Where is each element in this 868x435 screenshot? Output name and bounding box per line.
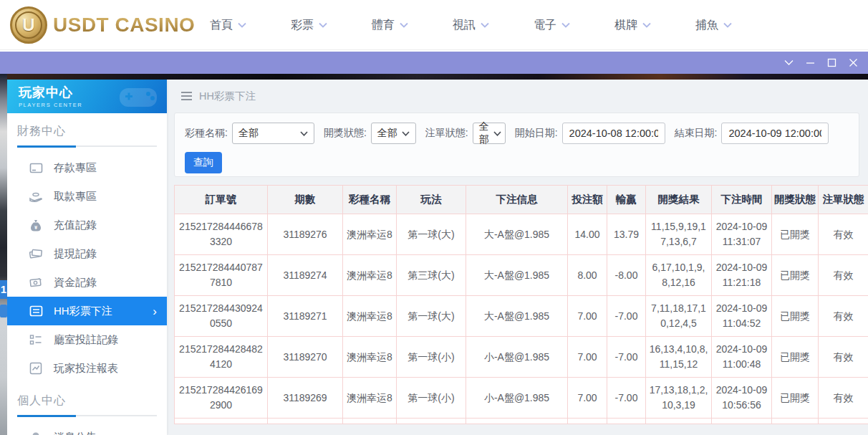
table-cell: 已開獎 — [772, 255, 819, 296]
sidebar-menu: 存款專區 取款專區 ¥ 充值記錄 提現記錄 — [7, 153, 167, 383]
nav-item-fishing[interactable]: 捕魚 — [673, 18, 754, 33]
window-close-icon[interactable] — [842, 52, 864, 74]
section-personal-center: 個人中心 — [17, 393, 157, 416]
table-row: 215217284430924055031189271澳洲幸运8第一球(大)大-… — [175, 296, 868, 337]
sidebar: 玩家中心 PLAYERS CENTER 財務中心 存款專區 — [7, 80, 167, 435]
table-cell: 16,13,4,10,8,11,15,12 — [646, 337, 712, 378]
nav-item-cards[interactable]: 棋牌 — [592, 18, 673, 33]
lottery-name-select[interactable]: 全部 — [232, 123, 314, 144]
nav-item-sports[interactable]: 體育 — [349, 18, 430, 33]
table-cell: 31189270 — [268, 337, 343, 378]
table-cell: 2152172844466783320 — [175, 214, 268, 255]
table-cell: 小-A盤@1.985 — [466, 378, 568, 419]
filter-panel: 彩種名稱: 全部 開獎狀態: 全部 注單狀態: 全部 開始日期: 結束日期: — [174, 113, 859, 177]
column-header: 下注時間 — [712, 186, 772, 214]
table-cell: 31189276 — [268, 214, 343, 255]
window-maximize-icon[interactable] — [821, 52, 842, 74]
table-cell: -7.00 — [607, 337, 646, 378]
table-cell: 2024-10-09 11:04:52 — [712, 296, 772, 337]
table-cell: 有效 — [819, 337, 868, 378]
withdraw-hand-icon — [29, 189, 43, 204]
chevron-down-icon — [642, 22, 651, 28]
sidebar-item-player-bet-report[interactable]: 玩家投注報表 — [7, 354, 167, 383]
nav-item-home[interactable]: 首頁 — [188, 18, 269, 33]
table-cell: 小-A盤@1.985 — [466, 337, 568, 378]
end-date-input[interactable] — [721, 123, 829, 144]
search-button[interactable]: 查詢 — [185, 152, 222, 173]
table-cell: 17,13,18,1,2,10,3,19 — [646, 378, 712, 419]
table-cell — [175, 419, 268, 424]
breadcrumb: HH彩票下注 — [167, 80, 868, 113]
chevron-down-icon — [481, 22, 489, 28]
order-status-select[interactable]: 全部 — [473, 123, 506, 144]
column-header: 訂單號 — [175, 186, 268, 214]
lottery-bet-icon — [29, 304, 43, 318]
table-cell — [646, 419, 712, 424]
table-cell: -7.00 — [607, 378, 646, 419]
bets-table-header: 訂單號期數彩種名稱玩法下注信息投注額輸贏開獎結果下注時間開獎狀態注單狀態 — [175, 186, 868, 214]
column-header: 下注信息 — [466, 186, 568, 214]
nav-item-lottery[interactable]: 彩票 — [269, 18, 349, 33]
announcement-icon — [29, 430, 43, 435]
lottery-name-label: 彩種名稱: — [185, 127, 228, 140]
table-cell: 有效 — [819, 296, 868, 337]
chevron-down-icon — [400, 22, 408, 28]
table-cell: 31189269 — [268, 378, 343, 419]
column-header: 玩法 — [397, 186, 466, 214]
sidebar-item-hh-lottery-bets[interactable]: HH彩票下注 › — [7, 297, 167, 325]
table-cell: 13.79 — [607, 214, 646, 255]
end-date-label: 結束日期: — [675, 127, 718, 140]
table-cell: 2152172844407877810 — [175, 255, 268, 296]
sidebar-header: 玩家中心 PLAYERS CENTER — [7, 80, 167, 113]
column-header: 開獎狀態 — [772, 186, 819, 214]
window-dropdown-icon[interactable] — [778, 52, 799, 74]
sidebar-menu-personal: 消息公告 — [7, 423, 167, 435]
window-minimize-icon[interactable] — [799, 52, 821, 74]
nav-item-slots[interactable]: 電子 — [511, 18, 592, 33]
draw-status-select[interactable]: 全部 — [371, 123, 416, 144]
table-cell: 第一球(小) — [397, 337, 466, 378]
start-date-input[interactable] — [562, 123, 665, 144]
sidebar-item-deposit[interactable]: 存款專區 — [7, 153, 167, 182]
collapse-menu-icon[interactable] — [181, 92, 192, 100]
background-blue-badge — [0, 305, 7, 317]
recharge-moneybag-icon: ¥ — [29, 218, 43, 232]
table-cell: 2152172844284824120 — [175, 337, 268, 378]
sidebar-item-announcements[interactable]: 消息公告 — [7, 423, 167, 435]
chevron-down-icon — [561, 22, 570, 28]
table-cell: 第三球(大) — [397, 255, 466, 296]
gamepad-icon — [115, 82, 161, 113]
table-cell — [819, 419, 868, 424]
player-report-icon — [29, 361, 43, 376]
column-header: 注單狀態 — [819, 186, 868, 214]
sidebar-item-recharge-record[interactable]: ¥ 充值記錄 — [7, 211, 167, 239]
bets-table: 訂單號期數彩種名稱玩法下注信息投注額輸贏開獎結果下注時間開獎狀態注單狀態 215… — [174, 185, 868, 424]
sidebar-item-withdrawal-record[interactable]: 提現記錄 — [7, 239, 167, 268]
table-row-partial — [175, 419, 868, 424]
table-cell: 第一球(大) — [397, 214, 466, 255]
table-cell: 7,11,18,17,10,12,4,5 — [646, 296, 712, 337]
table-cell — [466, 419, 568, 424]
table-cell: 7.00 — [568, 296, 607, 337]
deposit-card-icon — [29, 161, 43, 175]
sidebar-item-hall-bet-records[interactable]: 廳室投註記錄 — [7, 325, 167, 354]
nav-item-live[interactable]: 視訊 — [430, 18, 511, 33]
usdt-casino-logo[interactable]: U USDT CASINO — [10, 6, 195, 44]
table-cell: 2024-10-09 11:21:18 — [712, 255, 772, 296]
table-row: 215217284428482412031189270澳洲幸运8第一球(小)小-… — [175, 337, 868, 378]
table-cell: 7.00 — [568, 378, 607, 419]
table-cell — [397, 419, 466, 424]
table-cell: 11,15,9,19,17,13,6,7 — [646, 214, 712, 255]
sidebar-item-funds-record[interactable]: 資金記錄 — [7, 268, 167, 297]
table-cell — [568, 419, 607, 424]
chevron-right-icon: › — [153, 305, 157, 317]
section-underline — [17, 145, 157, 147]
table-cell — [268, 419, 343, 424]
background-image-strip — [0, 74, 868, 80]
table-cell: 已開獎 — [772, 214, 819, 255]
sidebar-item-withdraw[interactable]: 取款專區 — [7, 182, 167, 211]
chevron-down-icon — [319, 22, 327, 28]
funds-record-icon — [29, 275, 43, 290]
table-cell: 澳洲幸运8 — [343, 337, 397, 378]
background-left-edge: 1 — [0, 74, 7, 435]
